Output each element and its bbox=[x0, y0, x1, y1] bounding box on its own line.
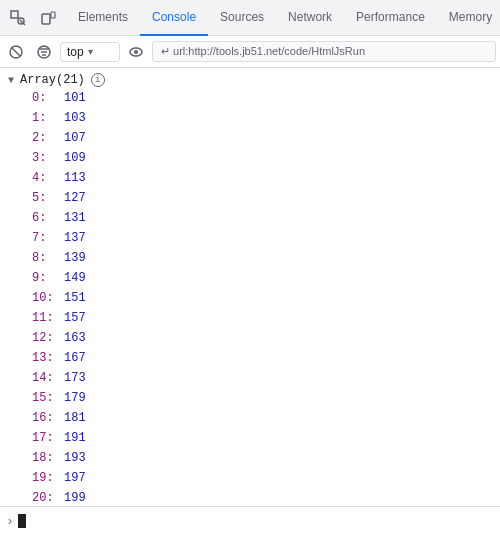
item-value: 151 bbox=[64, 289, 86, 307]
item-index: 14: bbox=[32, 369, 64, 387]
item-value: 197 bbox=[64, 469, 86, 487]
item-index: 6: bbox=[32, 209, 64, 227]
list-item: 13: 167 bbox=[0, 348, 500, 368]
svg-rect-0 bbox=[11, 11, 18, 18]
list-item: 5: 127 bbox=[0, 188, 500, 208]
item-value: 179 bbox=[64, 389, 86, 407]
item-value: 149 bbox=[64, 269, 86, 287]
list-item: 19: 197 bbox=[0, 468, 500, 488]
item-index: 13: bbox=[32, 349, 64, 367]
item-value: 131 bbox=[64, 209, 86, 227]
item-index: 4: bbox=[32, 169, 64, 187]
item-index: 10: bbox=[32, 289, 64, 307]
item-index: 12: bbox=[32, 329, 64, 347]
context-selector[interactable]: top ▾ bbox=[60, 42, 120, 62]
item-index: 3: bbox=[32, 149, 64, 167]
list-item: 1: 103 bbox=[0, 108, 500, 128]
device-toggle-button[interactable] bbox=[34, 4, 62, 32]
item-index: 15: bbox=[32, 389, 64, 407]
item-index: 8: bbox=[32, 249, 64, 267]
tab-console[interactable]: Console bbox=[140, 0, 208, 36]
list-item: 6: 131 bbox=[0, 208, 500, 228]
item-value: 139 bbox=[64, 249, 86, 267]
item-value: 107 bbox=[64, 129, 86, 147]
list-item: 17: 191 bbox=[0, 428, 500, 448]
svg-point-11 bbox=[134, 50, 138, 54]
item-value: 113 bbox=[64, 169, 86, 187]
list-item: 0: 101 bbox=[0, 88, 500, 108]
clear-console-button[interactable] bbox=[4, 40, 28, 64]
item-index: 17: bbox=[32, 429, 64, 447]
second-toolbar: top ▾ ↵ url:http://tools.jb51.net/code/H… bbox=[0, 36, 500, 68]
item-index: 5: bbox=[32, 189, 64, 207]
filter-button[interactable] bbox=[32, 40, 56, 64]
item-value: 163 bbox=[64, 329, 86, 347]
item-value: 157 bbox=[64, 309, 86, 327]
item-value: 127 bbox=[64, 189, 86, 207]
tab-performance[interactable]: Performance bbox=[344, 0, 437, 36]
item-index: 16: bbox=[32, 409, 64, 427]
list-item: 8: 139 bbox=[0, 248, 500, 268]
info-icon[interactable]: i bbox=[91, 73, 105, 87]
item-index: 11: bbox=[32, 309, 64, 327]
item-index: 18: bbox=[32, 449, 64, 467]
list-item: 20: 199 bbox=[0, 488, 500, 506]
console-input-row[interactable]: › bbox=[0, 506, 500, 534]
list-item: 7: 137 bbox=[0, 228, 500, 248]
array-header[interactable]: ▼ Array(21) i bbox=[0, 72, 500, 88]
list-item: 12: 163 bbox=[0, 328, 500, 348]
toolbar-icons bbox=[0, 4, 66, 32]
item-value: 199 bbox=[64, 489, 86, 506]
item-index: 2: bbox=[32, 129, 64, 147]
context-label: top bbox=[67, 45, 84, 59]
item-value: 191 bbox=[64, 429, 86, 447]
item-value: 101 bbox=[64, 89, 86, 107]
item-value: 137 bbox=[64, 229, 86, 247]
item-value: 173 bbox=[64, 369, 86, 387]
item-value: 103 bbox=[64, 109, 86, 127]
input-chevron-icon: › bbox=[8, 514, 12, 528]
list-item: 14: 173 bbox=[0, 368, 500, 388]
list-item: 15: 179 bbox=[0, 388, 500, 408]
svg-line-5 bbox=[12, 48, 20, 56]
top-toolbar: Elements Console Sources Network Perform… bbox=[0, 0, 500, 36]
list-item: 2: 107 bbox=[0, 128, 500, 148]
item-index: 7: bbox=[32, 229, 64, 247]
array-items: 0: 101 1: 103 2: 107 3: 109 4: 113 5: 12… bbox=[0, 88, 500, 506]
list-item: 4: 113 bbox=[0, 168, 500, 188]
item-value: 167 bbox=[64, 349, 86, 367]
item-index: 1: bbox=[32, 109, 64, 127]
tabs: Elements Console Sources Network Perform… bbox=[66, 0, 500, 36]
context-arrow-icon: ▾ bbox=[88, 46, 93, 57]
list-item: 10: 151 bbox=[0, 288, 500, 308]
item-value: 181 bbox=[64, 409, 86, 427]
item-value: 109 bbox=[64, 149, 86, 167]
list-item: 3: 109 bbox=[0, 148, 500, 168]
list-item: 9: 149 bbox=[0, 268, 500, 288]
tab-network[interactable]: Network bbox=[276, 0, 344, 36]
tab-memory[interactable]: Memory bbox=[437, 0, 500, 36]
array-expand-icon: ▼ bbox=[8, 75, 20, 86]
tab-sources[interactable]: Sources bbox=[208, 0, 276, 36]
list-item: 16: 181 bbox=[0, 408, 500, 428]
eye-button[interactable] bbox=[124, 40, 148, 64]
item-value: 193 bbox=[64, 449, 86, 467]
list-item: 18: 193 bbox=[0, 448, 500, 468]
console-content[interactable]: ▼ Array(21) i 0: 101 1: 103 2: 107 3: 10… bbox=[0, 68, 500, 506]
item-index: 19: bbox=[32, 469, 64, 487]
item-index: 20: bbox=[32, 489, 64, 506]
svg-rect-2 bbox=[42, 14, 50, 24]
list-item: 11: 157 bbox=[0, 308, 500, 328]
array-label: Array(21) bbox=[20, 73, 85, 87]
item-index: 0: bbox=[32, 89, 64, 107]
svg-rect-3 bbox=[51, 12, 55, 18]
tab-elements[interactable]: Elements bbox=[66, 0, 140, 36]
inspect-button[interactable] bbox=[4, 4, 32, 32]
url-display: ↵ url:http://tools.jb51.net/code/HtmlJsR… bbox=[152, 41, 496, 62]
item-index: 9: bbox=[32, 269, 64, 287]
input-cursor bbox=[18, 514, 26, 528]
